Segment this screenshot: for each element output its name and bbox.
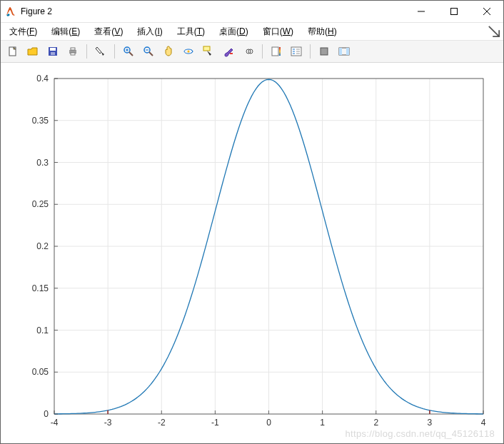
svg-rect-19 [339, 48, 342, 55]
svg-rect-13 [230, 53, 233, 54]
titlebar: Figure 2 [1, 1, 503, 23]
open-button[interactable] [24, 42, 42, 61]
xtick-label: 2 [373, 418, 378, 428]
xtick-label: 1 [320, 418, 325, 428]
svg-rect-7 [71, 53, 75, 55]
matlab-icon [5, 6, 16, 17]
toolbar-separator [310, 44, 311, 59]
zoom-in-button[interactable] [119, 42, 138, 61]
axis-labels: -4-3-2-10123400.050.10.150.20.250.30.350… [32, 74, 486, 428]
svg-rect-20 [346, 48, 349, 55]
svg-rect-6 [71, 48, 75, 50]
print-button[interactable] [64, 42, 82, 61]
menu-file[interactable]: 文件(F) [4, 24, 43, 39]
zoom-out-button[interactable] [139, 42, 158, 61]
svg-rect-0 [451, 9, 458, 15]
new-figure-button[interactable] [4, 42, 22, 61]
xtick-label: 0 [266, 418, 271, 428]
ytick-label: 0.25 [32, 199, 49, 209]
brush-button[interactable] [219, 42, 238, 61]
ytick-label: 0.35 [32, 116, 49, 126]
hide-plot-tools-button[interactable] [315, 42, 333, 61]
data-cursor-button[interactable] [199, 42, 218, 61]
figure-window: Figure 2 文件(F)编辑(E)查看(V)插入(I)工具(T)桌面(D)窗… [0, 0, 504, 444]
menu-insert[interactable]: 插入(I) [131, 24, 168, 39]
window-title: Figure 2 [21, 6, 405, 16]
show-plot-tools-button[interactable] [335, 42, 353, 61]
xtick-label: -1 [211, 418, 219, 428]
ytick-label: 0.2 [36, 241, 49, 251]
svg-rect-14 [272, 47, 278, 56]
pan-button[interactable] [159, 42, 178, 61]
menu-help[interactable]: 帮助(H) [302, 24, 343, 39]
close-button[interactable] [470, 1, 503, 22]
edit-plot-button[interactable] [91, 42, 110, 61]
toolbar-separator [114, 44, 115, 59]
svg-rect-12 [203, 46, 210, 51]
menu-edit[interactable]: 编辑(E) [46, 24, 86, 39]
grid [54, 79, 483, 414]
link-data-button[interactable] [239, 42, 258, 61]
menu-window[interactable]: 窗口(W) [257, 24, 299, 39]
xtick-label: 4 [481, 418, 486, 428]
menu-tools[interactable]: 工具(T) [171, 24, 211, 39]
menu-desktop[interactable]: 桌面(D) [213, 24, 254, 39]
ytick-label: 0.4 [36, 74, 49, 84]
ytick-label: 0.3 [36, 158, 49, 168]
menubar: 文件(F)编辑(E)查看(V)插入(I)工具(T)桌面(D)窗口(W)帮助(H) [1, 23, 503, 41]
minimize-button[interactable] [405, 1, 438, 22]
svg-rect-3 [50, 48, 56, 51]
ytick-label: 0.05 [32, 367, 49, 377]
toolbar-separator [86, 44, 87, 59]
xtick-label: -4 [51, 418, 59, 428]
xtick-label: -3 [104, 418, 112, 428]
svg-rect-17 [321, 48, 328, 55]
insert-legend-button[interactable] [287, 42, 306, 61]
svg-point-11 [188, 51, 190, 53]
svg-rect-15 [279, 47, 281, 56]
ytick-label: 0.1 [36, 326, 49, 335]
menu-view[interactable]: 查看(V) [89, 24, 128, 39]
save-button[interactable] [44, 42, 62, 61]
insert-colorbar-button[interactable] [267, 42, 286, 61]
ytick-label: 0.15 [32, 283, 49, 293]
chart: -4-3-2-10123400.050.10.150.20.250.30.350… [1, 63, 503, 444]
axes-canvas[interactable]: -4-3-2-10123400.050.10.150.20.250.30.350… [1, 63, 503, 443]
rotate-3d-button[interactable] [179, 42, 198, 61]
ytick-label: 0 [44, 409, 49, 419]
xtick-label: -2 [158, 418, 166, 428]
svg-rect-4 [51, 52, 55, 55]
toolbar [1, 41, 503, 63]
dock-arrow-icon[interactable] [488, 25, 500, 38]
maximize-button[interactable] [438, 1, 470, 22]
xtick-label: 3 [428, 418, 433, 428]
toolbar-separator [262, 44, 263, 59]
